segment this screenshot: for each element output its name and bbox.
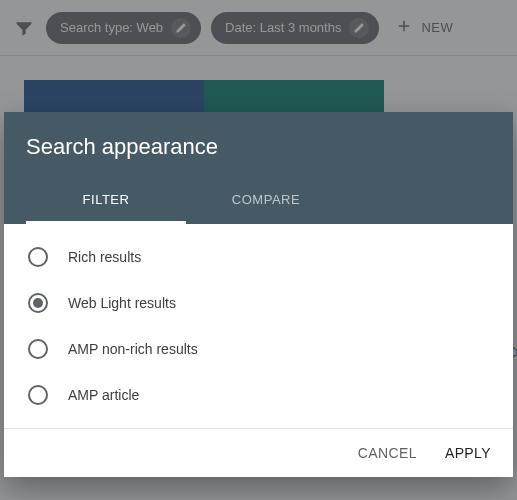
search-appearance-dialog: Search appearance FILTER COMPARE Rich re… xyxy=(4,112,513,477)
radio-icon xyxy=(28,385,48,405)
option-amp-non-rich-results[interactable]: AMP non-rich results xyxy=(4,326,513,372)
option-amp-article[interactable]: AMP article xyxy=(4,372,513,418)
dialog-tabs: FILTER COMPARE xyxy=(26,178,491,224)
tab-filter[interactable]: FILTER xyxy=(26,178,186,224)
dialog-header: Search appearance FILTER COMPARE xyxy=(4,112,513,224)
apply-button[interactable]: APPLY xyxy=(445,445,491,461)
tab-compare[interactable]: COMPARE xyxy=(186,178,346,224)
option-web-light-results[interactable]: Web Light results xyxy=(4,280,513,326)
filter-options: Rich results Web Light results AMP non-r… xyxy=(4,224,513,429)
option-label: Rich results xyxy=(68,249,141,265)
option-label: AMP non-rich results xyxy=(68,341,198,357)
option-label: Web Light results xyxy=(68,295,176,311)
cancel-button[interactable]: CANCEL xyxy=(358,445,417,461)
dialog-actions: CANCEL APPLY xyxy=(4,429,513,477)
radio-icon xyxy=(28,339,48,359)
option-label: AMP article xyxy=(68,387,139,403)
option-rich-results[interactable]: Rich results xyxy=(4,234,513,280)
radio-icon xyxy=(28,247,48,267)
radio-icon xyxy=(28,293,48,313)
dialog-title: Search appearance xyxy=(26,134,491,160)
